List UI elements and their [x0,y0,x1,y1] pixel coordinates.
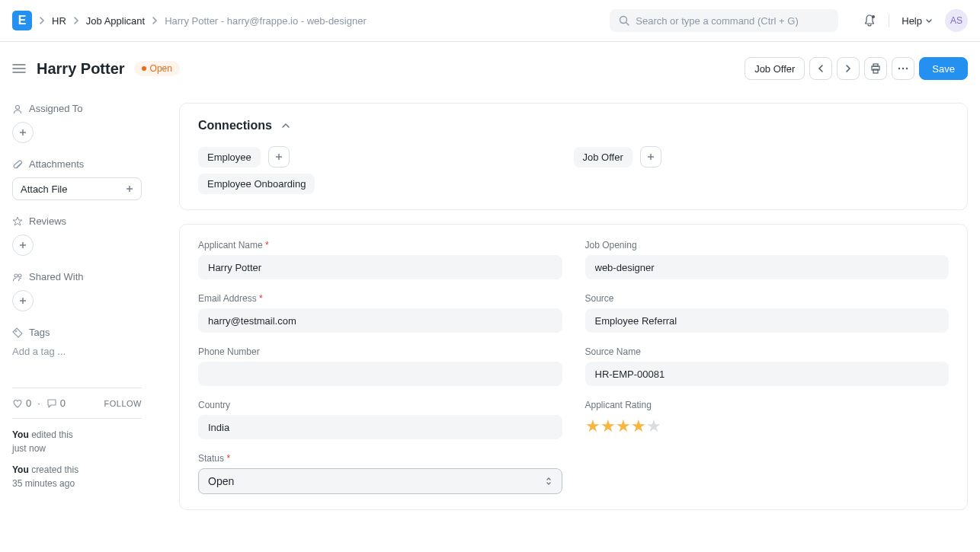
select-icon [545,476,552,487]
status-text: Open [150,63,172,74]
connection-chip[interactable]: Employee [198,147,261,168]
attach-file-button[interactable]: Attach File [12,177,142,200]
rating-stars[interactable]: ★★★★★ [585,415,950,436]
select-status[interactable]: Open [198,468,562,494]
label-job-opening: Job Opening [585,240,950,250]
global-search[interactable]: Search or type a command (Ctrl + G) [610,9,838,32]
connection-employee: Employee [198,146,574,168]
label-applicant-name: Applicant Name * [198,240,562,250]
star-icon[interactable]: ★ [600,416,616,436]
connections-title: Connections [198,119,272,132]
input-email[interactable] [198,308,562,333]
add-employee-button[interactable] [268,146,290,168]
connection-job-offer: Job Offer [574,146,950,168]
status-badge[interactable]: Open [134,61,180,76]
user-avatar[interactable]: AS [945,9,968,32]
attachments-label: Attachments [29,158,84,170]
printer-icon [870,63,881,74]
plus-icon [19,241,27,249]
star-icon[interactable]: ★ [616,416,631,436]
paperclip-icon [12,159,23,170]
activity-entry: You edited this just now [12,428,142,455]
chevron-down-icon [925,17,933,24]
activity-text: edited this [31,429,73,440]
label-phone: Phone Number [198,346,562,357]
search-icon [619,15,629,26]
activity-entry: You created this 35 minutes ago [12,463,142,490]
breadcrumb: HR Job Applicant Harry Potter - harry@fr… [38,15,367,27]
label-source: Source [585,293,950,304]
help-menu[interactable]: Help [902,15,933,27]
next-button[interactable] [837,57,860,80]
likes-count[interactable]: 0 [12,397,31,409]
status-value: Open [208,475,234,487]
input-applicant-name[interactable] [198,255,562,279]
app-logo[interactable]: E [12,11,32,30]
save-button[interactable]: Save [919,57,968,80]
label-source-name: Source Name [585,346,950,357]
add-tag-input[interactable]: Add a tag ... [12,346,161,357]
connections-heading[interactable]: Connections [198,119,949,132]
input-source[interactable] [585,308,950,333]
likes-value: 0 [26,397,31,409]
help-label: Help [902,15,922,27]
page-header: Harry Potter Open Job Offer Save [0,42,980,88]
field-country: Country [198,400,562,439]
prev-button[interactable] [809,57,832,80]
breadcrumb-hr[interactable]: HR [52,15,66,27]
star-icon[interactable]: ★ [631,416,646,436]
sidebar-toggle-icon[interactable] [12,63,26,74]
plus-icon [19,129,27,136]
add-assignee-button[interactable] [12,122,34,143]
notifications-icon[interactable] [863,14,876,27]
assigned-to-heading: Assigned To [12,103,161,114]
chevron-right-icon [72,17,80,24]
add-share-button[interactable] [12,290,34,311]
user-icon [12,104,23,114]
activity-text: created this [31,464,78,475]
comments-count[interactable]: 0 [46,397,66,409]
plus-icon [647,153,655,161]
print-button[interactable] [864,57,887,80]
input-source-name[interactable] [585,362,950,386]
tag-icon [12,327,23,338]
reviews-heading: Reviews [12,215,161,227]
job-offer-button[interactable]: Job Offer [745,57,805,80]
activity-time: just now [12,443,46,454]
input-phone[interactable] [198,362,562,386]
shared-with-label: Shared With [29,271,84,282]
field-email: Email Address * [198,293,562,333]
connection-chip[interactable]: Employee Onboarding [198,174,315,194]
follow-button[interactable]: FOLLOW [104,399,142,408]
star-icon[interactable]: ★ [585,416,600,436]
chevron-up-icon [281,121,290,130]
more-icon [898,67,908,70]
label-email: Email Address * [198,293,562,304]
search-placeholder: Search or type a command (Ctrl + G) [636,15,799,27]
field-rating: Applicant Rating ★★★★★ [585,400,950,439]
breadcrumb-doctype[interactable]: Job Applicant [86,15,145,27]
form-main: Connections Employee Job Offer E [179,88,968,524]
plus-icon [19,297,27,305]
form-sidebar: Assigned To Attachments Attach File Revi… [12,88,161,524]
users-icon [12,272,23,282]
svg-point-12 [16,105,20,109]
add-review-button[interactable] [12,235,34,256]
svg-point-9 [898,68,900,69]
chevron-right-icon [844,65,852,72]
svg-point-10 [902,68,904,69]
star-icon[interactable]: ★ [646,416,661,436]
breadcrumb-current: Harry Potter - harry@frappe.io - web-des… [165,15,367,27]
connection-chip[interactable]: Job Offer [574,147,633,168]
heart-icon [12,398,23,409]
add-job-offer-button[interactable] [640,146,661,168]
shared-with-heading: Shared With [12,271,161,282]
svg-point-2 [872,15,875,18]
input-country[interactable] [198,415,562,439]
more-menu-button[interactable] [892,57,914,80]
activity-time: 35 minutes ago [12,478,75,489]
input-job-opening[interactable] [585,255,950,279]
chevron-right-icon [151,17,159,24]
reviews-label: Reviews [29,215,66,227]
tags-heading: Tags [12,327,161,338]
